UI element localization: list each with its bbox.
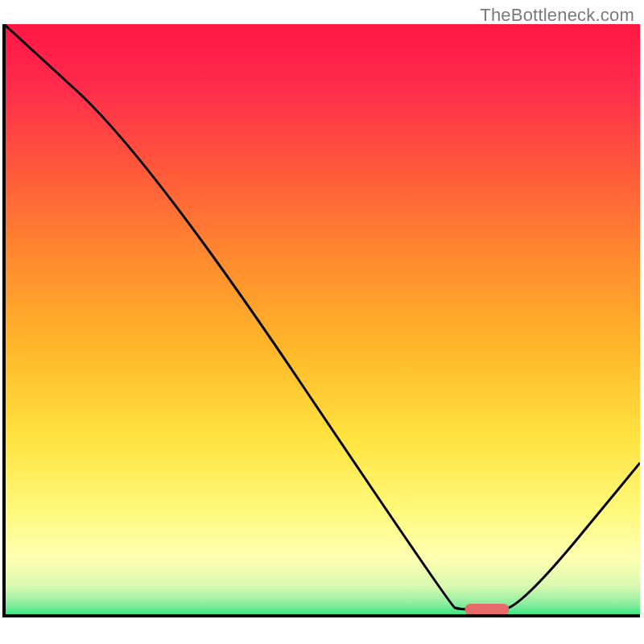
- chart-root: TheBottleneck.com: [0, 0, 644, 644]
- optimal-range-marker: [465, 604, 510, 615]
- watermark-text: TheBottleneck.com: [480, 5, 634, 26]
- bottleneck-chart: [0, 0, 644, 644]
